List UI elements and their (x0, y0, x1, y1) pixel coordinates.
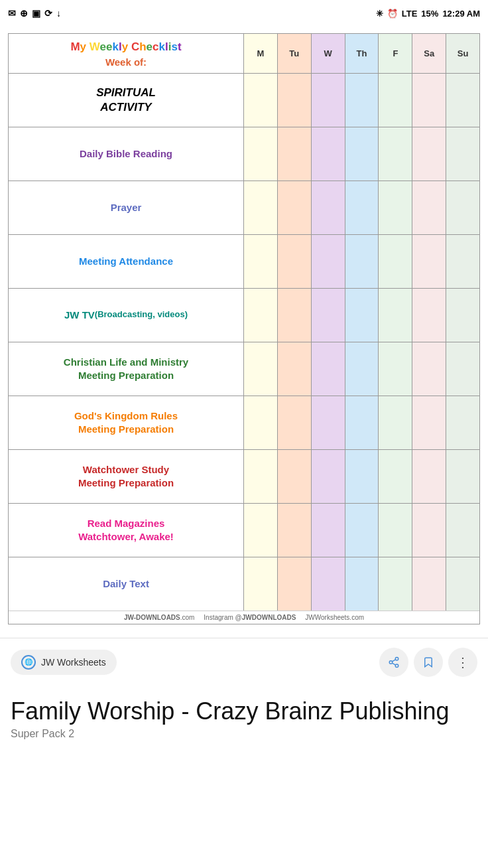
battery-text: 15% (421, 9, 438, 19)
time-display: 12:29 AM (442, 9, 480, 19)
cell-dbr-m[interactable] (244, 127, 278, 181)
cell-rm-f[interactable] (379, 504, 412, 557)
status-icons-right: ✳ ⏰ LTE 15% 12:29 AM (376, 9, 480, 19)
cell-ma-th[interactable] (345, 235, 379, 288)
cell-gk-sa[interactable] (412, 396, 446, 449)
day-header-th: Th (345, 34, 379, 73)
cell-ma-f[interactable] (379, 235, 412, 288)
cell-cl-su[interactable] (446, 342, 479, 396)
cell-jwtv-m[interactable] (244, 289, 278, 342)
cell-ws-th[interactable] (345, 450, 379, 503)
bluetooth-icon: ✳ (376, 9, 383, 19)
cell-ws-su[interactable] (446, 450, 479, 503)
cell-ma-w[interactable] (312, 235, 345, 288)
spiritual-day-cells (244, 74, 479, 127)
cell-dt-m[interactable] (244, 557, 278, 611)
cell-rm-w[interactable] (312, 504, 345, 557)
cells-gods-kingdom (244, 396, 479, 449)
cell-dbr-f[interactable] (379, 127, 412, 181)
device-icon: ▣ (32, 8, 40, 19)
cell-dbr-th[interactable] (345, 127, 379, 181)
cell-ma-m[interactable] (244, 235, 278, 288)
cell-gk-m[interactable] (244, 396, 278, 449)
cell-gk-tu[interactable] (278, 396, 312, 449)
cell-jwtv-th[interactable] (345, 289, 379, 342)
cell-prayer-tu[interactable] (278, 181, 312, 234)
page-title-section: Family Worship - Crazy Brainz Publishing… (0, 686, 488, 745)
cell-prayer-f[interactable] (379, 181, 412, 234)
row-watchtower-study: Watchtower StudyMeeting Preparation (9, 449, 479, 503)
cell-ma-sa[interactable] (412, 235, 446, 288)
bookmark-button[interactable] (414, 648, 443, 677)
spiritual-activity-header-row: SPIRITUALACTIVITY (9, 73, 479, 127)
cell-jwtv-sa[interactable] (412, 289, 446, 342)
cell-prayer-th[interactable] (345, 181, 379, 234)
cells-prayer (244, 181, 479, 234)
cell-jwtv-tu[interactable] (278, 289, 312, 342)
cell-dt-sa[interactable] (412, 557, 446, 611)
cell-cl-m[interactable] (244, 342, 278, 396)
cell-ma-su[interactable] (446, 235, 479, 288)
download-icon: ↓ (56, 8, 61, 19)
cell-ws-w[interactable] (312, 450, 345, 503)
cell-prayer-sa[interactable] (412, 181, 446, 234)
cell-gk-th[interactable] (345, 396, 379, 449)
cell-prayer-w[interactable] (312, 181, 345, 234)
cell-gk-f[interactable] (379, 396, 412, 449)
cell-dt-th[interactable] (345, 557, 379, 611)
cell-jwtv-su[interactable] (446, 289, 479, 342)
cell-dbr-w[interactable] (312, 127, 345, 181)
svg-point-1 (389, 661, 393, 664)
label-meeting-attendance: Meeting Attendance (9, 235, 244, 288)
cell-cl-tu[interactable] (278, 342, 312, 396)
cell-gk-w[interactable] (312, 396, 345, 449)
cells-daily-bible-reading (244, 127, 479, 181)
cell-gk-su[interactable] (446, 396, 479, 449)
svg-line-4 (392, 660, 395, 662)
cell-dbr-tu[interactable] (278, 127, 312, 181)
page-subtitle: Super Pack 2 (11, 728, 477, 740)
cell-jwtv-w[interactable] (312, 289, 345, 342)
cell-cl-f[interactable] (379, 342, 412, 396)
cell-ws-tu[interactable] (278, 450, 312, 503)
checklist-card: My Weekly Checklist Week of: M Tu W Th F… (8, 33, 480, 624)
cell-rm-su[interactable] (446, 504, 479, 557)
cell-rm-sa[interactable] (412, 504, 446, 557)
cell-dbr-sa[interactable] (412, 127, 446, 181)
cell-dt-tu[interactable] (278, 557, 312, 611)
cell-prayer-su[interactable] (446, 181, 479, 234)
gmail-icon: ✉ (8, 8, 16, 19)
alarm-icon: ⏰ (387, 9, 398, 19)
cell-dbr-su[interactable] (446, 127, 479, 181)
cell-dt-su[interactable] (446, 557, 479, 611)
cell-ma-tu[interactable] (278, 235, 312, 288)
cell-dt-w[interactable] (312, 557, 345, 611)
row-meeting-attendance: Meeting Attendance (9, 234, 479, 288)
label-read-magazines: Read MagazinesWatchtower, Awake! (9, 504, 244, 557)
day-header-f: F (379, 34, 412, 73)
cell-rm-th[interactable] (345, 504, 379, 557)
label-christian-life: Christian Life and MinistryMeeting Prepa… (9, 342, 244, 396)
more-options-button[interactable]: ⋮ (448, 648, 477, 677)
cell-cl-w[interactable] (312, 342, 345, 396)
share-button[interactable] (379, 648, 408, 677)
cell-prayer-m[interactable] (244, 181, 278, 234)
site-pill[interactable]: 🌐 JW Worksheets (11, 650, 117, 675)
row-daily-bible-reading: Daily Bible Reading (9, 127, 479, 181)
row-prayer: Prayer (9, 181, 479, 234)
cell-cl-sa[interactable] (412, 342, 446, 396)
cell-ws-m[interactable] (244, 450, 278, 503)
cell-ws-f[interactable] (379, 450, 412, 503)
cell-cl-th[interactable] (345, 342, 379, 396)
cell-dt-f[interactable] (379, 557, 412, 611)
cell-spiritual-f (379, 74, 412, 127)
cell-jwtv-f[interactable] (379, 289, 412, 342)
cell-spiritual-m (244, 74, 278, 127)
globe-icon: 🌐 (21, 655, 36, 670)
day-header-tu: Tu (278, 34, 312, 73)
cell-rm-m[interactable] (244, 504, 278, 557)
cells-read-magazines (244, 504, 479, 557)
cell-ws-sa[interactable] (412, 450, 446, 503)
cell-rm-tu[interactable] (278, 504, 312, 557)
label-daily-bible-reading: Daily Bible Reading (9, 127, 244, 181)
